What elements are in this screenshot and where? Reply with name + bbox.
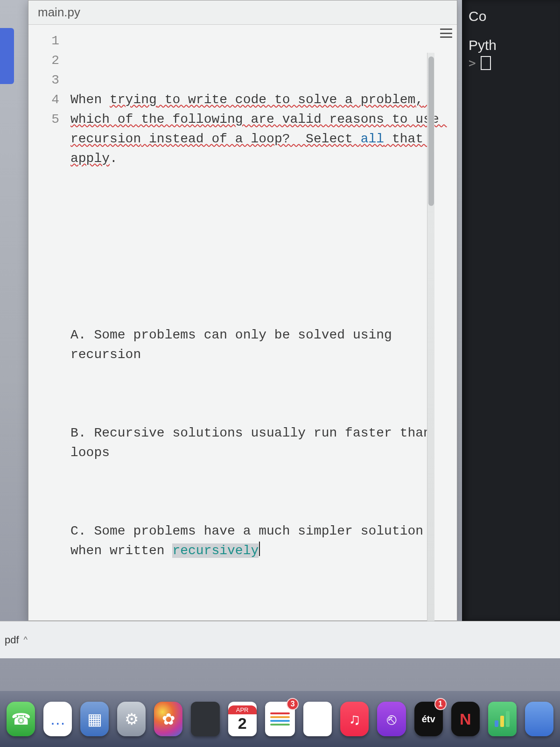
spell-squiggle: trying	[110, 92, 157, 107]
spell-squiggle: to write code to solve a	[157, 92, 361, 107]
other-window-sliver	[0, 28, 14, 84]
downloads-shelf: pdf ^	[0, 621, 560, 658]
macos-dock: ☎ … ▦ ⚙ ✿ APR 2 3 ♫ ⎋ étv 1 N	[0, 691, 560, 747]
code-line[interactable]: A. Some problems can only be solved usin…	[70, 325, 448, 365]
reminders-icon[interactable]: 3	[265, 702, 295, 736]
code-line[interactable]: When trying to write code to solve a pro…	[70, 90, 448, 188]
code-line[interactable]: C. Some problems have a much simpler sol…	[70, 521, 448, 561]
line-number: 1	[28, 31, 59, 51]
hamburger-icon[interactable]	[440, 28, 452, 38]
spell-squiggle: that	[384, 132, 431, 146]
line-number-gutter: 1 2 3 4 5	[28, 25, 66, 620]
launchpad-icon[interactable]: ▦	[80, 702, 109, 736]
console-cursor	[481, 56, 491, 70]
code-line[interactable]	[70, 247, 448, 267]
line-number: 4	[28, 90, 59, 110]
keyword-all: all	[361, 132, 384, 146]
line-number: 3	[28, 70, 59, 90]
code-area[interactable]: When trying to write code to solve a pro…	[66, 25, 457, 620]
console-prompt[interactable]: >	[469, 56, 553, 70]
prompt-caret-icon: >	[469, 56, 476, 70]
download-item[interactable]: pdf	[5, 634, 19, 646]
code-line[interactable]: B. Recursive solutions usually run faste…	[70, 423, 448, 463]
messages-icon[interactable]: …	[43, 702, 72, 736]
line-number: 5	[28, 110, 59, 129]
selected-word: recursively	[172, 543, 259, 558]
badge: 1	[434, 698, 447, 710]
photos-icon[interactable]: ✿	[154, 702, 182, 736]
code-editor-window: main.py 1 2 3 4 5 When trying to write c…	[28, 0, 457, 621]
generic-app-icon[interactable]	[525, 702, 553, 736]
chevron-up-icon[interactable]: ^	[24, 635, 28, 645]
apple-tv-icon[interactable]: étv 1	[414, 702, 443, 736]
scrollbar-thumb[interactable]	[428, 56, 434, 206]
facetime-icon[interactable]: ☎	[7, 702, 35, 736]
calendar-day-label: 2	[238, 714, 247, 733]
text: .	[110, 151, 118, 166]
podcasts-icon[interactable]: ⎋	[377, 702, 406, 736]
text-cursor	[259, 542, 260, 556]
tv-label: étv	[422, 714, 435, 725]
editor-tab-bar: main.py	[28, 0, 457, 25]
editor-right-gutter	[435, 25, 457, 620]
spell-squiggle: problem	[361, 92, 416, 107]
netflix-icon[interactable]: N	[451, 702, 480, 736]
settings-icon[interactable]: ⚙	[117, 702, 146, 736]
vertical-scrollbar[interactable]	[427, 53, 434, 636]
editor-body[interactable]: 1 2 3 4 5 When trying to write code to s…	[28, 25, 457, 620]
spell-squiggle: recursion	[70, 132, 141, 146]
calendar-icon[interactable]: APR 2	[228, 702, 257, 736]
calendar-month-label: APR	[228, 705, 257, 714]
line-number: 2	[28, 51, 59, 70]
spell-squiggle: instead of a loop? Select	[141, 132, 360, 146]
notes-icon[interactable]	[303, 702, 332, 736]
console-subtitle: Pyth	[469, 37, 553, 53]
spell-squiggle: apply	[70, 151, 110, 166]
music-icon[interactable]: ♫	[340, 702, 369, 736]
dark-app-icon[interactable]	[191, 702, 219, 736]
editor-tab-filename[interactable]: main.py	[38, 5, 80, 20]
console-panel: Co Pyth >	[462, 0, 560, 621]
badge: 3	[287, 698, 299, 710]
text: When	[70, 92, 110, 107]
console-title: Co	[469, 8, 553, 24]
numbers-icon[interactable]	[488, 702, 517, 736]
